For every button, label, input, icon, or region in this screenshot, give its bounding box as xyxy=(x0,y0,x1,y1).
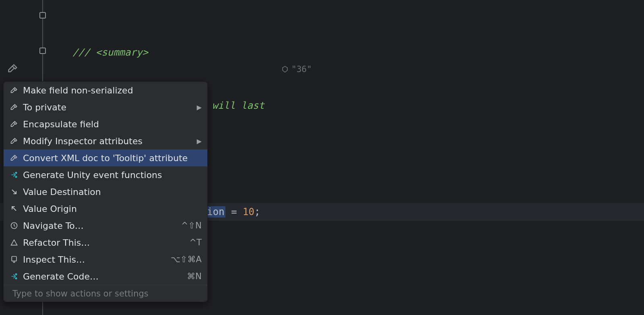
menu-item[interactable]: Value Destination xyxy=(4,183,207,200)
chevron-right-icon: ▶ xyxy=(197,137,202,145)
arrow-ul-icon xyxy=(9,204,19,213)
menu-item-label: Value Origin xyxy=(23,204,202,214)
menu-item[interactable]: Encapsulate field xyxy=(4,116,207,133)
svg-rect-3 xyxy=(12,257,17,261)
menu-footer-hint: Type to show actions or settings xyxy=(4,285,207,302)
menu-item-label: Modify Inspector attributes xyxy=(23,136,193,146)
hammer-icon xyxy=(9,102,19,112)
operator: = xyxy=(225,206,243,218)
menu-item-shortcut: ⌘N xyxy=(187,271,202,281)
number-literal: 10 xyxy=(243,206,254,218)
svg-point-5 xyxy=(15,278,17,279)
menu-item[interactable]: Generate Unity event functions xyxy=(4,166,207,183)
unity-hint-text: "36" xyxy=(291,64,312,74)
unity-usage-hint[interactable]: "36" xyxy=(281,64,312,74)
menu-item[interactable]: Value Origin xyxy=(4,200,207,217)
menu-item[interactable]: Inspect This…⌥⇧⌘A xyxy=(4,251,207,268)
menu-item-shortcut: ^⇧N xyxy=(181,221,202,230)
generate-icon xyxy=(9,170,19,180)
menu-item-label: Make field non-serialized xyxy=(23,85,202,95)
arrow-dr-icon xyxy=(9,187,19,197)
menu-item[interactable]: Convert XML doc to 'Tooltip' attribute xyxy=(4,149,207,166)
doc-comment: /// <summary> xyxy=(72,47,148,58)
clock-icon xyxy=(9,221,19,230)
fold-marker-icon[interactable] xyxy=(39,48,46,54)
hammer-icon xyxy=(9,136,19,146)
svg-point-4 xyxy=(15,274,17,275)
triangle-icon xyxy=(9,238,19,247)
code-editor[interactable]: /// <summary> /// How long each cycle wi… xyxy=(0,0,644,315)
menu-item-label: Navigate To… xyxy=(23,221,177,231)
menu-item[interactable]: Modify Inspector attributes▶ xyxy=(4,133,207,149)
menu-item-label: Generate Unity event functions xyxy=(23,170,202,180)
generate-icon xyxy=(9,271,19,281)
menu-item-label: Value Destination xyxy=(23,187,202,197)
fold-marker-icon[interactable] xyxy=(39,12,46,19)
unity-icon xyxy=(281,65,289,73)
hammer-icon xyxy=(9,119,19,129)
menu-item-label: Inspect This… xyxy=(23,255,167,265)
menu-item[interactable]: Make field non-serialized xyxy=(4,82,207,99)
hammer-icon xyxy=(9,85,19,95)
semicolon: ; xyxy=(254,206,260,218)
menu-item[interactable]: To private▶ xyxy=(4,99,207,116)
menu-item-label: Convert XML doc to 'Tooltip' attribute xyxy=(23,153,202,163)
menu-item[interactable]: Refactor This…^T xyxy=(4,234,207,251)
menu-item-label: Encapsulate field xyxy=(23,119,202,129)
menu-item-shortcut: ^T xyxy=(190,238,202,247)
menu-item[interactable]: Navigate To…^⇧N xyxy=(4,217,207,234)
menu-item-shortcut: ⌥⇧⌘A xyxy=(171,255,202,264)
menu-item-label: Refactor This… xyxy=(23,238,186,248)
inspect-icon xyxy=(9,255,19,264)
chevron-right-icon: ▶ xyxy=(197,104,202,111)
hammer-icon xyxy=(9,153,19,163)
menu-item-label: Generate Code… xyxy=(23,271,183,282)
svg-point-0 xyxy=(15,172,17,173)
menu-item[interactable]: Generate Code…⌘N xyxy=(4,268,207,285)
menu-item-label: To private xyxy=(23,102,193,112)
svg-point-1 xyxy=(15,176,17,177)
hammer-icon[interactable] xyxy=(7,63,19,74)
quick-actions-menu[interactable]: Make field non-serializedTo private▶Enca… xyxy=(3,81,208,302)
